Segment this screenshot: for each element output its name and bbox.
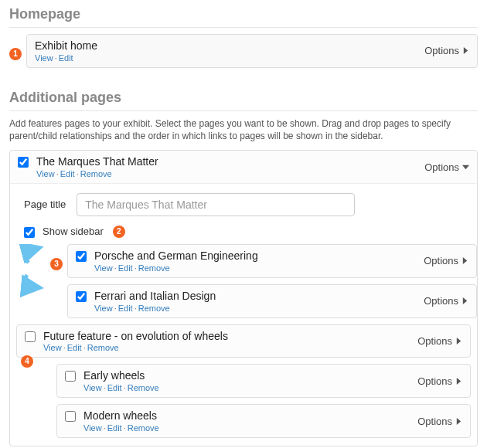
ferrari-card[interactable]: Ferrari and Italian Design View·Edit·Rem… <box>67 284 477 318</box>
reorder-arrows-icon <box>18 244 52 298</box>
future-options-button[interactable]: Options <box>417 335 462 347</box>
page-title-input[interactable] <box>77 193 355 216</box>
additional-heading: Additional pages <box>9 87 478 111</box>
porsche-remove-link[interactable]: Remove <box>138 263 170 273</box>
ferrari-edit-link[interactable]: Edit <box>118 304 133 313</box>
modern-card[interactable]: Modern wheels View·Edit·Remove Options <box>56 404 471 438</box>
home-options-button[interactable]: Options <box>424 45 469 56</box>
porsche-view-link[interactable]: View <box>94 263 113 273</box>
homepage-heading: Homepage <box>9 3 478 28</box>
top-page-container: The Marques That Matter View·Edit·Remove… <box>9 150 478 446</box>
future-title: Future feature - on evolution of wheels <box>43 330 228 343</box>
chevron-right-icon <box>462 47 469 54</box>
chevron-right-icon <box>455 338 462 344</box>
modern-checkbox[interactable] <box>65 411 76 422</box>
home-card: Exhibit home View·Edit Options <box>26 34 478 68</box>
early-checkbox[interactable] <box>65 371 76 382</box>
top-page-title: The Marques That Matter <box>36 155 158 168</box>
early-view-link[interactable]: View <box>83 383 102 392</box>
home-title: Exhibit home <box>35 39 97 53</box>
ferrari-view-link[interactable]: View <box>94 304 113 313</box>
annotation-bullet-1: 1 <box>9 48 22 60</box>
chevron-right-icon <box>461 257 468 264</box>
show-sidebar-label: Show sidebar <box>43 226 104 237</box>
porsche-options-button[interactable]: Options <box>424 255 468 266</box>
home-edit-link[interactable]: Edit <box>59 53 73 63</box>
page-title-label: Page title <box>24 199 66 210</box>
home-view-link[interactable]: View <box>35 53 53 63</box>
early-remove-link[interactable]: Remove <box>128 383 159 392</box>
porsche-edit-link[interactable]: Edit <box>118 263 133 273</box>
chevron-right-icon <box>461 297 468 304</box>
future-edit-link[interactable]: Edit <box>67 343 82 352</box>
top-view-link[interactable]: View <box>36 169 55 178</box>
ferrari-options-button[interactable]: Options <box>424 295 468 307</box>
modern-edit-link[interactable]: Edit <box>107 423 122 433</box>
modern-view-link[interactable]: View <box>83 423 102 433</box>
porsche-checkbox[interactable] <box>76 251 87 262</box>
annotation-bullet-2: 2 <box>113 226 125 238</box>
show-sidebar-checkbox[interactable] <box>24 227 35 238</box>
porsche-title: Porsche and German Engineering <box>94 249 258 263</box>
additional-description: Add features pages to your exhibit. Sele… <box>9 117 478 142</box>
annotation-bullet-3: 3 <box>50 258 63 270</box>
future-remove-link[interactable]: Remove <box>87 343 119 352</box>
modern-options-button[interactable]: Options <box>417 416 462 427</box>
early-title: Early wheels <box>83 369 159 382</box>
ferrari-checkbox[interactable] <box>76 291 87 302</box>
chevron-right-icon <box>455 378 462 385</box>
chevron-down-icon <box>462 164 469 171</box>
top-remove-link[interactable]: Remove <box>80 169 112 178</box>
ferrari-title: Ferrari and Italian Design <box>94 290 216 303</box>
future-view-link[interactable]: View <box>43 343 62 352</box>
modern-remove-link[interactable]: Remove <box>128 423 159 433</box>
porsche-card[interactable]: Porsche and German Engineering View·Edit… <box>67 244 477 278</box>
chevron-right-icon <box>455 418 462 425</box>
ferrari-remove-link[interactable]: Remove <box>138 304 170 313</box>
top-page-checkbox[interactable] <box>18 157 29 168</box>
top-options-button[interactable]: Options <box>424 161 469 173</box>
top-page-card: The Marques That Matter View·Edit·Remove… <box>10 151 477 184</box>
modern-title: Modern wheels <box>83 409 159 423</box>
annotation-bullet-4: 4 <box>21 355 33 368</box>
future-checkbox[interactable] <box>25 331 36 342</box>
future-card[interactable]: Future feature - on evolution of wheels … <box>16 324 471 358</box>
early-edit-link[interactable]: Edit <box>107 383 122 392</box>
top-edit-link[interactable]: Edit <box>60 169 75 178</box>
early-options-button[interactable]: Options <box>417 375 462 387</box>
early-card[interactable]: Early wheels View·Edit·Remove Options <box>56 364 471 398</box>
